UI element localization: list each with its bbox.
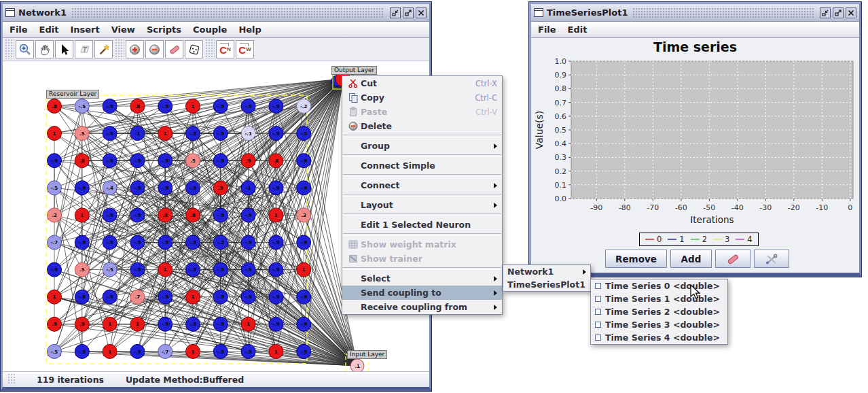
- checkbox-icon[interactable]: [595, 322, 601, 328]
- context-item-connect[interactable]: Connect: [342, 178, 502, 192]
- preferences-tools-button[interactable]: [754, 250, 789, 268]
- menu-file[interactable]: File: [538, 24, 556, 35]
- svg-text:0.1: 0.1: [555, 181, 567, 190]
- network-titlebar[interactable]: Network1: [3, 4, 429, 22]
- svg-text:.8: .8: [135, 104, 141, 109]
- svg-text:.8: .8: [274, 158, 279, 164]
- svg-text:1: 1: [164, 267, 167, 273]
- time-series-option-1[interactable]: Time Series 1 <double>: [591, 292, 727, 305]
- clamp-letter: C: [219, 45, 227, 55]
- context-item-send-coupling-to[interactable]: Send coupling to: [342, 286, 502, 300]
- legend-label: 3: [725, 235, 729, 244]
- submenu-item-label: Network1: [507, 267, 576, 277]
- clamp-sup: W: [246, 47, 251, 52]
- svg-text:.7: .7: [135, 294, 141, 300]
- svg-text:1: 1: [302, 267, 306, 273]
- svg-text:0.5: 0.5: [555, 126, 567, 135]
- submenu-arrow-icon: [494, 290, 497, 296]
- context-item-cut[interactable]: CutCtrl-X: [342, 76, 502, 90]
- svg-text:-.9: -.9: [134, 158, 141, 164]
- checkbox-icon[interactable]: [595, 309, 601, 315]
- svg-text:-.9: -.9: [217, 294, 225, 300]
- svg-text:-.9: -.9: [217, 213, 225, 218]
- time-series-option-3[interactable]: Time Series 3 <double>: [591, 318, 727, 331]
- close-button[interactable]: [416, 7, 427, 18]
- randomize-dice-icon[interactable]: [185, 40, 203, 58]
- checkbox-icon[interactable]: [595, 283, 601, 289]
- selection-arrow-icon[interactable]: [55, 40, 73, 58]
- clear-eraser-button[interactable]: [715, 250, 751, 268]
- svg-text:-.9: -.9: [300, 240, 308, 245]
- context-item-receive-coupling-from[interactable]: Receive coupling from: [342, 300, 502, 314]
- submenu-item-label: Time Series 2 <double>: [605, 307, 723, 317]
- pan-hand-icon[interactable]: [35, 40, 54, 58]
- svg-text:1: 1: [274, 213, 278, 218]
- menu-edit[interactable]: Edit: [568, 24, 587, 35]
- time-series-option-4[interactable]: Time Series 4 <double>: [591, 331, 727, 344]
- menu-file[interactable]: File: [10, 24, 28, 35]
- svg-text:-.9: -.9: [106, 240, 113, 245]
- coupling-target-timeseriesplot1[interactable]: TimeSeriesPlot1: [503, 278, 590, 291]
- submenu-arrow-icon: [494, 203, 497, 208]
- context-item-group[interactable]: Group: [342, 139, 502, 153]
- svg-text:-.9: -.9: [300, 322, 308, 327]
- svg-text:-.5: -.5: [51, 349, 58, 355]
- svg-text:0.9: 0.9: [555, 71, 567, 80]
- menu-insert[interactable]: Insert: [70, 24, 99, 35]
- svg-text:-1: -1: [135, 131, 141, 137]
- menu-scripts[interactable]: Scripts: [147, 24, 181, 35]
- context-item-label: Select: [361, 273, 487, 284]
- checkbox-icon[interactable]: [595, 335, 601, 341]
- maximize-button[interactable]: [403, 7, 414, 18]
- menu-couple[interactable]: Couple: [193, 24, 227, 35]
- legend-item-3: 3: [713, 235, 729, 244]
- menu-help[interactable]: Help: [238, 24, 261, 35]
- maximize-button[interactable]: [833, 7, 844, 18]
- toolbar-separator: [115, 39, 124, 59]
- minimize-button[interactable]: [820, 7, 831, 18]
- add-neuron-icon[interactable]: [126, 40, 144, 58]
- window-title: Network1: [18, 7, 67, 18]
- eraser-icon[interactable]: [165, 40, 183, 58]
- context-item-layout[interactable]: Layout: [342, 198, 502, 212]
- menu-view[interactable]: View: [111, 24, 135, 35]
- wand-icon[interactable]: [94, 40, 113, 58]
- context-item-connect-simple[interactable]: Connect Simple: [342, 158, 502, 173]
- minimize-button[interactable]: [390, 7, 401, 18]
- remove-button[interactable]: Remove: [605, 250, 667, 268]
- context-item-show-weight-matrix: Show weight matrix: [342, 237, 502, 252]
- svg-text:.8: .8: [52, 104, 57, 109]
- menu-edit[interactable]: Edit: [39, 24, 59, 35]
- svg-text:-.9: -.9: [106, 131, 113, 137]
- clamp-weights-icon[interactable]: CW: [236, 40, 254, 58]
- text-tool-icon[interactable]: [75, 40, 93, 58]
- svg-text:1: 1: [192, 349, 195, 355]
- svg-text:.8: .8: [162, 213, 168, 218]
- add-button[interactable]: Add: [670, 250, 712, 268]
- svg-text:-.7: -.7: [162, 349, 169, 355]
- svg-text:-.9: -.9: [300, 186, 308, 191]
- close-button[interactable]: [846, 7, 856, 18]
- svg-text:1: 1: [136, 322, 139, 327]
- svg-text:-.9: -.9: [189, 186, 197, 191]
- time-series-option-2[interactable]: Time Series 2 <double>: [591, 305, 727, 318]
- update-method-status: Update Method:Buffered: [126, 375, 244, 385]
- svg-text:0.8: 0.8: [555, 84, 567, 93]
- checkbox-icon[interactable]: [595, 296, 601, 302]
- delete-neuron-icon[interactable]: [145, 40, 164, 58]
- plot-titlebar[interactable]: TimeSeriesPlot1: [531, 4, 859, 22]
- context-item-edit-1-selected-neuron[interactable]: Edit 1 Selected Neuron: [342, 218, 502, 232]
- svg-text:-30: -30: [759, 203, 772, 212]
- svg-text:-.9: -.9: [189, 240, 197, 245]
- context-item-select[interactable]: Select: [342, 271, 502, 286]
- context-item-delete[interactable]: Delete: [342, 119, 502, 133]
- clamp-neurons-icon[interactable]: CN: [216, 40, 234, 58]
- svg-text:-70: -70: [647, 203, 659, 212]
- plot-area: [571, 61, 853, 199]
- svg-text:-50: -50: [703, 203, 715, 212]
- context-item-copy[interactable]: CopyCtrl-C: [342, 90, 502, 105]
- coupling-target-network1[interactable]: Network1: [503, 265, 590, 278]
- zoom-tool-icon[interactable]: [16, 40, 34, 58]
- svg-text:-.9: -.9: [272, 322, 280, 327]
- time-series-option-0[interactable]: Time Series 0 <double>: [591, 279, 727, 292]
